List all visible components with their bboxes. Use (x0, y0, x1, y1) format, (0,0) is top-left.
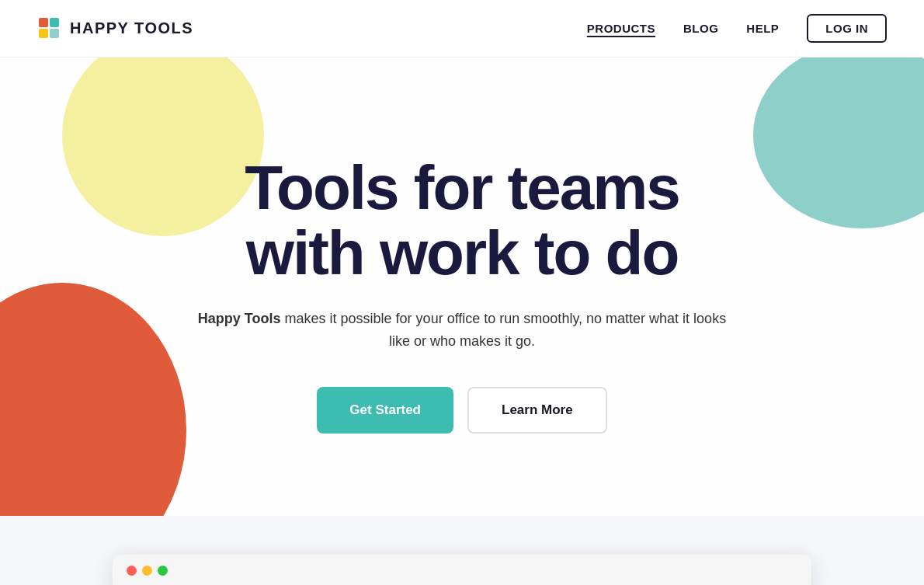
blob-orange (0, 283, 186, 516)
close-dot (127, 566, 137, 576)
svg-rect-3 (50, 29, 59, 38)
logo-icon (37, 16, 62, 41)
maximize-dot (158, 566, 168, 576)
nav-help[interactable]: HELP (746, 22, 779, 35)
learn-more-button[interactable]: Learn More (467, 387, 607, 434)
svg-rect-1 (50, 18, 59, 27)
navbar: HAPPY TOOLS PRODUCTS BLOG HELP LOG IN (0, 0, 924, 57)
hero-buttons: Get Started Learn More (190, 387, 734, 434)
hero-title: Tools for teams with work to do (190, 155, 734, 286)
login-button[interactable]: LOG IN (807, 14, 887, 43)
app-preview-window: Dashboard My Schedule My AFK Planner Man… (113, 555, 811, 585)
nav-links: PRODUCTS BLOG HELP LOG IN (587, 14, 887, 43)
get-started-button[interactable]: Get Started (317, 387, 453, 434)
logo: HAPPY TOOLS (37, 16, 193, 41)
svg-rect-0 (39, 18, 48, 27)
svg-rect-2 (39, 29, 48, 38)
logo-text: HAPPY TOOLS (70, 19, 193, 37)
nav-products[interactable]: PRODUCTS (587, 22, 655, 35)
window-titlebar (113, 555, 811, 585)
blob-teal (753, 57, 924, 228)
nav-blog[interactable]: BLOG (683, 22, 718, 35)
hero-subtitle: Happy Tools makes it possible for your o… (190, 308, 734, 353)
minimize-dot (142, 566, 152, 576)
hero-section: Tools for teams with work to do Happy To… (0, 57, 924, 516)
hero-content: Tools for teams with work to do Happy To… (190, 155, 734, 434)
app-preview-section: Dashboard My Schedule My AFK Planner Man… (0, 516, 924, 585)
